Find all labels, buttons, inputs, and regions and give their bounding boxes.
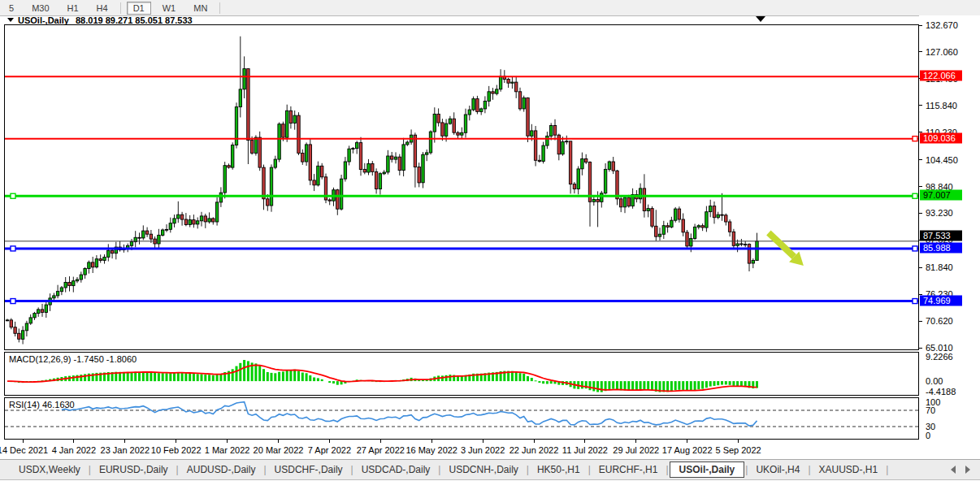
chart-ohlc-values: 88.019 89.271 85.051 87.533	[76, 15, 193, 25]
tab-usdx-weekly[interactable]: USDX,Weekly	[11, 462, 88, 477]
chart-symbol-label: USOil-,Daily	[18, 15, 69, 25]
date-tick-label: 5 Sep 2022	[715, 445, 761, 455]
macd-indicator-label: MACD(12,26,9) -1.7450 -1.8060	[9, 354, 137, 364]
tab-scroll-left-icon[interactable]	[951, 466, 956, 474]
price-tick-label: 127.060	[926, 47, 958, 57]
tab-scroll-right-icon[interactable]	[965, 466, 970, 474]
rsi-name: RSI(14)	[9, 400, 40, 410]
date-tick-mark	[431, 440, 432, 443]
chart-shift-marker-icon[interactable]	[756, 16, 765, 22]
date-tick-mark	[635, 440, 636, 443]
date-tick-label: 29 Jul 2022	[613, 445, 659, 455]
date-tick-label: 10 Feb 2022	[151, 445, 202, 455]
rsi-indicator-pane[interactable]	[4, 397, 919, 440]
level-price-label: 97.007	[920, 190, 962, 201]
date-tick-mark	[534, 440, 535, 443]
macd-axis-label: 9.2266	[926, 352, 953, 362]
hline-handle	[11, 193, 15, 198]
date-tick-mark	[278, 440, 279, 443]
price-tick-label: 81.840	[926, 262, 953, 272]
macd-histogram	[10, 360, 758, 392]
date-tick-mark	[23, 440, 24, 443]
level-price-label: 74.969	[920, 295, 962, 306]
timeframe-button-5[interactable]: 5	[2, 2, 20, 15]
hline-handle	[913, 136, 917, 141]
date-tick-label: 1 Mar 2022	[205, 445, 250, 455]
date-tick-label: 27 Apr 2022	[357, 445, 405, 455]
price-tick-mark	[919, 25, 922, 26]
tab-xauusd-h1[interactable]: XAUUSD-,H1	[812, 462, 886, 477]
tab-eurchf-h1[interactable]: EURCHF-,H1	[592, 462, 666, 477]
tab-usdcad-daily[interactable]: USDCAD-,Daily	[354, 462, 438, 477]
hline-handle	[11, 246, 15, 251]
tab-hk50-h1[interactable]: HK50-,H1	[530, 462, 588, 477]
tab-usdchf-daily[interactable]: USDCHF-,Daily	[267, 462, 350, 477]
date-tick-mark	[329, 440, 330, 443]
candlestick-chart-canvas[interactable]	[5, 25, 918, 349]
tab-usoil-daily[interactable]: USOil-,Daily	[670, 462, 745, 478]
date-tick-label: 17 Aug 2022	[662, 445, 713, 455]
tab-scroll-arrows	[951, 466, 970, 474]
symbol-dropdown-icon[interactable]	[7, 18, 14, 22]
macd-current-values: -1.7450 -1.8060	[73, 354, 137, 364]
date-tick-label: 20 Mar 2022	[254, 445, 304, 455]
price-tick-label: 115.840	[926, 101, 957, 110]
timeframe-button-h4[interactable]: H4	[90, 2, 115, 15]
timeframe-button-d1[interactable]: D1	[127, 2, 151, 15]
price-tick-mark	[919, 159, 922, 160]
hline-handle	[913, 246, 917, 251]
price-tick-label: 70.620	[926, 316, 953, 326]
price-tick-mark	[919, 321, 922, 322]
date-tick-mark	[380, 440, 381, 443]
date-tick-mark	[124, 440, 125, 443]
rsi-current-value: 46.1630	[42, 400, 75, 410]
hline-handle	[913, 299, 917, 304]
hline-handle	[913, 193, 917, 198]
tab-usdcnh-daily[interactable]: USDCNH-,Daily	[441, 462, 525, 477]
candles-layer	[6, 69, 758, 340]
date-tick-label: 4 Jan 2022	[52, 445, 96, 455]
tab-audusd-daily[interactable]: AUDUSD-,Daily	[180, 462, 263, 477]
timeframe-toolbar: 5M30H1H4D1W1MN	[0, 0, 980, 16]
date-tick-mark	[176, 440, 176, 443]
symbol-tab-bar: USDX,Weekly|EURUSD-,Daily|AUDUSD-,Daily|…	[0, 459, 980, 480]
price-axis[interactable]: 132.670127.060121.450115.840110.230104.4…	[919, 15, 980, 441]
main-chart-pane[interactable]	[4, 24, 919, 350]
tab-ukoil-h4[interactable]: UKOil-,H4	[748, 462, 807, 477]
price-tick-mark	[919, 51, 922, 52]
price-tick-mark	[919, 267, 922, 268]
level-price-label: 109.036	[920, 132, 962, 143]
rsi-indicator-label: RSI(14) 46.1630	[9, 400, 75, 410]
rsi-line	[62, 402, 757, 426]
date-tick-mark	[227, 440, 228, 443]
timeframe-button-h1[interactable]: H1	[61, 2, 85, 15]
rsi-chart-canvas[interactable]	[5, 398, 918, 439]
price-tick-mark	[919, 186, 922, 187]
date-tick-label: 3 Jun 2022	[461, 445, 505, 455]
date-tick-label: 14 Dec 2021	[0, 445, 48, 455]
date-axis[interactable]: 14 Dec 20214 Jan 202223 Jan 202210 Feb 2…	[0, 440, 980, 459]
macd-name: MACD(12,26,9)	[9, 354, 71, 364]
tab-separator: |	[885, 464, 889, 475]
toolbar-separator	[219, 2, 220, 14]
date-tick-mark	[483, 440, 483, 443]
date-tick-label: 22 Jun 2022	[510, 445, 559, 455]
price-tick-mark	[919, 213, 922, 214]
date-tick-mark	[738, 440, 739, 443]
macd-chart-canvas[interactable]	[5, 353, 918, 395]
timeframe-button-mn[interactable]: MN	[187, 2, 214, 15]
level-price-label: 122.066	[920, 71, 962, 81]
date-tick-label: 7 Apr 2022	[308, 445, 351, 455]
price-tick-mark	[919, 105, 922, 106]
timeframe-button-w1[interactable]: W1	[156, 2, 183, 15]
date-tick-mark	[73, 440, 74, 443]
tab-eurusd-daily[interactable]: EURUSD-,Daily	[92, 462, 176, 477]
macd-indicator-pane[interactable]	[4, 352, 919, 396]
price-tick-mark	[919, 348, 922, 349]
timeframe-button-m30[interactable]: M30	[25, 2, 55, 15]
price-tick-label: 132.670	[926, 20, 958, 30]
date-tick-label: 23 Jan 2022	[101, 445, 150, 455]
current-price-label: 87.533	[920, 230, 962, 240]
level-price-label: 85.988	[920, 242, 962, 253]
toolbar-separator	[120, 2, 121, 14]
